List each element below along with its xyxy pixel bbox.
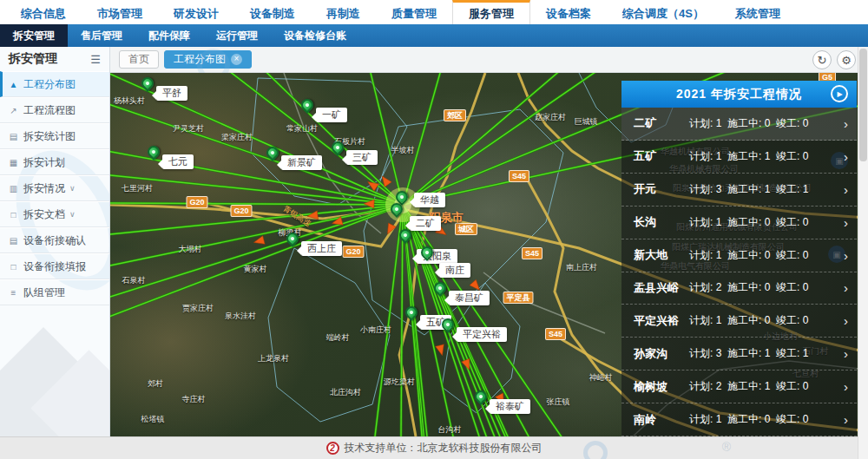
mine-stats: 计划: 3 施工中: 1 竣工: 1: [689, 182, 844, 197]
top-nav-item[interactable]: 系统管理: [720, 0, 796, 24]
panel-row[interactable]: 南岭计划: 1 施工中: 0 竣工: 0›: [621, 403, 857, 436]
projects-panel: 2021 年拆安工程情况 ▶ 二矿计划: 1 施工中: 0 竣工: 0›五矿计划…: [621, 81, 857, 436]
top-nav-item[interactable]: 市场管理: [82, 0, 158, 24]
sub-nav: 拆安管理售后管理配件保障运行管理设备检修台账: [0, 24, 868, 47]
village-label: 黄家村: [244, 264, 267, 275]
route-line-core: [110, 205, 403, 436]
panel-row[interactable]: 长沟计划: 1 施工中: 0 竣工: 0›: [621, 207, 857, 239]
map-pin-label[interactable]: 裕泰矿: [490, 399, 530, 414]
panel-row[interactable]: 平定兴裕计划: 1 施工中: 0 竣工: 0›: [621, 305, 857, 338]
panel-row[interactable]: 二矿计划: 1 施工中: 0 竣工: 0›: [621, 108, 857, 141]
mine-name: 长沟: [634, 214, 689, 230]
settings-button[interactable]: ⚙: [837, 50, 856, 69]
sub-nav-item[interactable]: 拆安管理: [0, 24, 68, 47]
sidebar-item-label: 设备衔接填报: [23, 259, 86, 274]
sidebar-item[interactable]: ▤设备衔接确认: [0, 227, 109, 253]
map-pin-label[interactable]: 平舒: [156, 86, 187, 101]
content-area: 首页工程分布图× ↻ ⚙ 2021 年拆安工程情况 ▶ 二矿计划: 1 施工中:…: [110, 47, 868, 436]
map-canvas[interactable]: 2021 年拆安工程情况 ▶ 二矿计划: 1 施工中: 0 竣工: 0›五矿计划…: [110, 73, 868, 436]
village-label: 张庄镇: [547, 397, 570, 408]
chevron-right-icon: ›: [844, 379, 848, 394]
direction-arrow-icon: [436, 344, 447, 357]
sidebar-item-label: 拆安文档: [23, 207, 65, 222]
route-line: [110, 205, 403, 436]
top-nav-item[interactable]: 研发设计: [158, 0, 234, 24]
sidebar-item[interactable]: ↗工程流程图: [0, 97, 109, 123]
panel-row[interactable]: 五矿计划: 1 施工中: 1 竣工: 0›: [621, 141, 857, 174]
map-pin-label[interactable]: 一矿: [316, 108, 347, 122]
sidebar-item-label: 工程流程图: [23, 103, 76, 118]
hamburger-icon[interactable]: ☰: [90, 53, 101, 66]
direction-arrow-icon: [253, 236, 265, 247]
scrollbar-thumb[interactable]: [859, 49, 867, 161]
panel-row[interactable]: 盂县兴峪计划: 2 施工中: 0 竣工: 0›: [621, 272, 857, 305]
sidebar-item[interactable]: □设备衔接填报: [0, 253, 109, 279]
panel-row[interactable]: 开元计划: 3 施工中: 1 竣工: 1›: [621, 174, 857, 207]
sidebar-item[interactable]: ▦拆安计划: [0, 149, 109, 175]
mine-name: 盂县兴峪: [634, 280, 689, 296]
map-pin-label[interactable]: 平定兴裕: [457, 327, 507, 342]
map-pin-label[interactable]: 七元: [162, 154, 194, 169]
top-nav-item[interactable]: 质量管理: [376, 0, 452, 24]
road-badge: 平定县: [503, 292, 534, 304]
map-pin-label[interactable]: 新景矿: [281, 155, 322, 170]
sidebar-item[interactable]: ▲工程分布图: [0, 71, 109, 97]
mine-stats: 计划: 1 施工中: 0 竣工: 0: [689, 313, 844, 328]
sidebar-item-label: 拆安计划: [23, 155, 65, 170]
sidebar-item-label: 队组管理: [23, 285, 65, 300]
chevron-right-icon: ›: [844, 182, 848, 197]
mine-name: 南岭: [634, 412, 689, 428]
sidebar-item-icon: ▥: [7, 184, 20, 193]
sidebar: 拆安管理 ☰ ▲工程分布图↗工程流程图▤拆安统计图▦拆安计划▥拆安情况∨□拆安文…: [0, 47, 110, 436]
panel-row[interactable]: 榆树坡计划: 2 施工中: 1 竣工: 0›: [621, 370, 857, 403]
map-pin-label[interactable]: 南庄: [439, 263, 470, 278]
vendor-logo-icon: 2: [326, 442, 339, 455]
sub-nav-item[interactable]: 运行管理: [203, 24, 271, 47]
sub-nav-item[interactable]: 设备检修台账: [271, 24, 359, 47]
sidebar-item[interactable]: ▤拆安统计图: [0, 123, 109, 149]
sidebar-item[interactable]: ≡队组管理: [0, 279, 109, 305]
sub-nav-item[interactable]: 配件保障: [135, 24, 203, 47]
sidebar-item-icon: ≡: [7, 288, 20, 298]
content-tab[interactable]: 工程分布图×: [164, 50, 252, 69]
map-pin-label[interactable]: 二矿: [410, 216, 441, 231]
map-pin-label[interactable]: 泰昌矿: [449, 291, 490, 305]
top-nav-item[interactable]: 综合信息: [5, 0, 82, 24]
mine-name: 榆树坡: [634, 379, 689, 395]
village-label: 石泉村: [122, 275, 146, 286]
map-pin-label[interactable]: 三矿: [346, 150, 378, 165]
footer-text: 技术支持单位：北京龙软科技股份有限公司: [345, 441, 542, 456]
top-nav-item[interactable]: 综合调度（4S）: [607, 0, 720, 24]
top-nav: 综合信息市场管理研发设计设备制造再制造质量管理服务管理设备档案综合调度（4S）系…: [0, 0, 868, 24]
mine-name: 新大地: [634, 247, 689, 263]
map-pin-label[interactable]: 西上庄: [301, 241, 342, 256]
road-badge: G20: [342, 246, 364, 258]
top-nav-item[interactable]: 设备档案: [530, 0, 607, 24]
mine-stats: 计划: 1 施工中: 0 竣工: 0: [689, 116, 844, 131]
sub-nav-item[interactable]: 售后管理: [68, 24, 135, 47]
play-button[interactable]: ▶: [831, 85, 848, 102]
top-nav-item[interactable]: 再制造: [311, 0, 376, 24]
chevron-right-icon: ›: [844, 313, 848, 328]
mine-stats: 计划: 1 施工中: 0 竣工: 0: [689, 248, 844, 263]
content-tab[interactable]: 首页: [119, 50, 159, 69]
page-scrollbar[interactable]: [858, 47, 868, 459]
panel-row[interactable]: 孙家沟计划: 3 施工中: 1 竣工: 1›: [621, 338, 857, 370]
sidebar-item-icon: □: [7, 210, 20, 220]
play-icon: ▶: [837, 90, 843, 98]
top-nav-item[interactable]: 设备制造: [234, 0, 311, 24]
village-label: 七里河村: [122, 183, 153, 194]
sidebar-item[interactable]: □拆安文档∨: [0, 201, 109, 227]
village-label: 源圪梁村: [384, 377, 415, 388]
panel-row[interactable]: 新大地计划: 1 施工中: 0 竣工: 0›: [621, 239, 857, 272]
map-pin-label[interactable]: 华越: [414, 193, 445, 207]
chevron-down-icon: ∨: [69, 184, 76, 193]
sidebar-item-label: 拆安情况: [23, 181, 65, 196]
top-nav-item[interactable]: 服务管理: [452, 0, 530, 24]
village-label: 贾家庄村: [182, 303, 214, 314]
village-label: 郊村: [148, 378, 163, 390]
chevron-right-icon: ›: [844, 346, 848, 361]
close-icon[interactable]: ×: [231, 54, 242, 65]
refresh-button[interactable]: ↻: [812, 50, 832, 69]
sidebar-item[interactable]: ▥拆安情况∨: [0, 175, 109, 201]
